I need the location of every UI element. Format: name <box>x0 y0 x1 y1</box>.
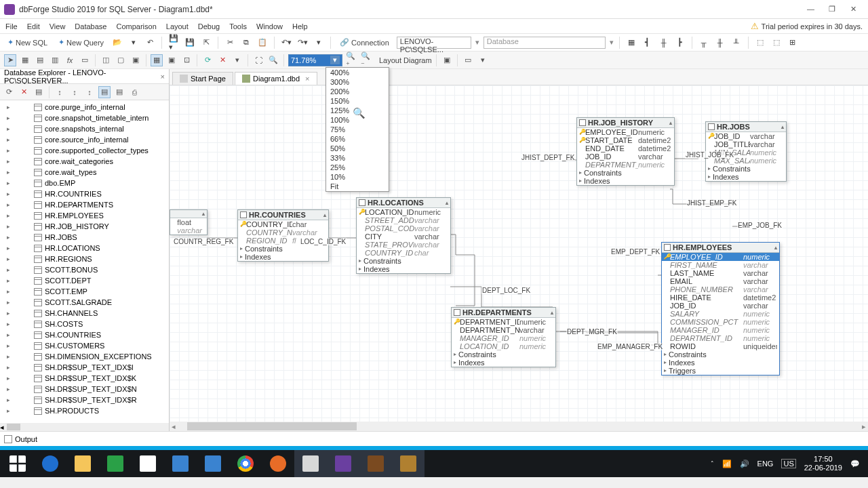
note-icon[interactable]: ▢ <box>115 54 127 66</box>
tree-item[interactable]: ▸SCOTT.SALGRADE <box>0 297 169 308</box>
entity-fragment[interactable]: ▴ floatEvarchar <box>170 209 208 235</box>
system-tray[interactable]: ˄ 📶 🔊 ENG US 17:5022-06-2019 💬 <box>704 455 867 472</box>
entity-section[interactable]: ▸Indexes <box>662 359 779 367</box>
close-icon[interactable]: × <box>305 75 309 83</box>
zoom-option[interactable]: 300% <box>326 77 389 87</box>
entity-hr-employees[interactable]: HR.EMPLOYEES▴ 🔑EMPLOYEE_IDnumericFIRST_N… <box>661 242 780 375</box>
column-row[interactable]: FIRST_NAMEvarchar <box>662 261 779 269</box>
menu-help[interactable]: Help <box>292 22 308 30</box>
connection-button[interactable]: 🔗Connection <box>336 37 393 48</box>
connection-server-combo[interactable]: LENOVO-PC\SQLSE... <box>397 37 471 49</box>
entity-section[interactable]: ▸Constraints <box>452 350 555 359</box>
chevron-down-icon[interactable]: ▾ <box>330 56 340 64</box>
column-row[interactable]: CITYvarchar <box>357 232 450 241</box>
zoom-dropdown[interactable]: 400% 300% 200% 150% 125% 100% 75% 66% 50… <box>326 67 389 192</box>
image-icon[interactable]: ▣ <box>165 54 178 66</box>
column-row[interactable]: 🔑LOCATION_IDnumeric <box>357 208 450 216</box>
align-icon[interactable]: ▦ <box>625 37 637 49</box>
column-row[interactable]: HIRE_DATEdatetime2 <box>662 293 779 302</box>
tree-item[interactable]: ▸core.supported_collector_types <box>0 145 169 156</box>
entity-section[interactable]: ▸Indexes <box>238 253 328 261</box>
tree-item[interactable]: ▸HR.JOBS <box>0 232 169 243</box>
tree-item[interactable]: ▸SH.COUNTRIES <box>0 329 169 340</box>
column-row[interactable]: STATE_PROVINCEvarchar <box>357 241 450 249</box>
taskbar-app3[interactable] <box>392 450 425 477</box>
object-tree[interactable]: ▸core.purge_info_internal▸core.snapshot_… <box>0 100 169 423</box>
entity-section[interactable]: ▸Constraints <box>577 169 674 177</box>
copy-button[interactable]: ⧉ <box>240 37 252 49</box>
column-row[interactable]: STREET_ADDRESSvarchar <box>357 216 450 224</box>
zoom-in-icon[interactable]: 🔍⁺ <box>345 54 357 66</box>
taskbar-edge[interactable] <box>34 450 66 477</box>
column-row[interactable]: END_DATEdatetime2 <box>577 144 674 152</box>
distribute-v-icon[interactable]: ⬚ <box>770 37 783 49</box>
tree-item[interactable]: ▸core.purge_info_internal <box>0 102 169 113</box>
zoom-combo[interactable]: 71.78%▾ <box>288 54 342 66</box>
align-bottom-icon[interactable]: ╨ <box>730 37 743 49</box>
tree-item[interactable]: ▸core.source_info_internal <box>0 134 169 145</box>
zoom-option[interactable]: 50% <box>326 144 389 153</box>
nav-back-button[interactable]: ↶ <box>144 37 156 49</box>
entity-section[interactable]: ▸Constraints <box>238 245 328 253</box>
print-icon[interactable]: ⎙ <box>128 86 140 98</box>
new-sql-button[interactable]: ✦New SQL <box>4 37 51 48</box>
taskbar-monitor[interactable] <box>197 450 229 477</box>
zoom-option[interactable]: 75% <box>326 125 389 134</box>
menu-comparison[interactable]: Comparison <box>116 22 156 30</box>
tree-item[interactable]: ▸SH.COSTS <box>0 319 169 329</box>
entity-section[interactable]: ▸Indexes <box>706 173 786 181</box>
redo-button[interactable]: ↷▾ <box>296 37 309 49</box>
taskbar-explorer[interactable] <box>66 450 99 477</box>
distribute-h-icon[interactable]: ⬚ <box>754 37 766 49</box>
taskbar-firefox[interactable] <box>262 450 294 477</box>
dropdown-icon[interactable]: ▾ <box>475 38 479 47</box>
column-row[interactable]: JOB_IDvarchar <box>577 152 674 161</box>
column-row[interactable]: float <box>170 218 207 226</box>
column-row[interactable]: ROWIDuniqueidentifier <box>662 342 779 350</box>
column-row[interactable]: Evarchar <box>170 226 207 235</box>
tray-wifi-icon[interactable]: 📶 <box>722 460 732 468</box>
diagram-canvas[interactable]: ▴ floatEvarchar HR.COUNTRIES▴ 🔑COUNTRY_I… <box>170 85 868 422</box>
tree-item[interactable]: ▸core.snapshots_internal <box>0 123 169 134</box>
zoom-option[interactable]: 66% <box>326 134 389 144</box>
tray-clock[interactable]: 17:5022-06-2019 <box>804 455 842 472</box>
zoom-option[interactable]: Fit <box>326 182 389 191</box>
menu-edit[interactable]: Edit <box>27 22 40 30</box>
zoom-out-icon[interactable]: 🔍⁻ <box>360 54 372 66</box>
view-icon[interactable]: ▭ <box>79 54 91 66</box>
dropdown-icon[interactable]: ▾ <box>477 54 489 66</box>
tree-item[interactable]: ▸core.wait_categories <box>0 156 169 167</box>
canvas-h-scrollbar[interactable]: ◂▸ <box>170 422 868 431</box>
tree-item[interactable]: ▸HR.EMPLOYEES <box>0 210 169 221</box>
column-row[interactable]: DEPARTMENT_NAMEvarchar <box>452 326 555 334</box>
tree-item[interactable]: ▸SCOTT.DEPT <box>0 275 169 286</box>
column-row[interactable]: 🔑COUNTRY_IDchar <box>238 220 328 228</box>
column-row[interactable]: COMMISSION_PCTnumeric <box>662 318 779 326</box>
column-row[interactable]: DEPARTMENT_IDnumeric <box>577 161 674 169</box>
taskbar-store[interactable] <box>99 450 132 477</box>
tree-item[interactable]: ▸SH.CUSTOMERS <box>0 340 169 351</box>
tree-item[interactable]: ▸SH.DR$SUP_TEXT_IDX$I <box>0 362 169 373</box>
column-row[interactable]: 🔑START_DATEdatetime2 <box>577 136 674 144</box>
dropdown-icon[interactable]: ▾ <box>127 37 140 49</box>
tree-item[interactable]: ▸HR.JOB_HISTORY <box>0 221 169 232</box>
export-button[interactable]: ⇱ <box>200 37 212 49</box>
minimize-button[interactable]: — <box>807 5 816 14</box>
filter-icon[interactable]: ↕ <box>54 86 66 98</box>
sort-icon[interactable]: ↕ <box>68 86 81 98</box>
entity-section[interactable]: ▸Indexes <box>577 177 674 185</box>
grid-icon[interactable]: ⊞ <box>787 37 799 49</box>
tree-item[interactable]: ▸SCOTT.EMP <box>0 286 169 297</box>
menu-debug[interactable]: Debug <box>198 22 220 30</box>
zoom-option[interactable]: 33% <box>326 153 389 163</box>
taskbar-app2[interactable] <box>359 450 392 477</box>
refresh-icon[interactable]: ⟳ <box>201 54 214 66</box>
search-icon[interactable]: 🔍 <box>267 54 279 66</box>
entity-hr-locations[interactable]: HR.LOCATIONS▴ 🔑LOCATION_IDnumericSTREET_… <box>356 197 451 274</box>
close-icon[interactable]: × <box>161 73 165 81</box>
tab-start-page[interactable]: Start Page <box>172 72 233 85</box>
column-row[interactable]: COUNTRY_IDchar <box>357 249 450 257</box>
column-row[interactable]: LAST_NAMEvarchar <box>662 269 779 277</box>
filter2-icon[interactable]: ↕ <box>83 86 96 98</box>
tray-volume-icon[interactable]: 🔊 <box>740 460 749 468</box>
